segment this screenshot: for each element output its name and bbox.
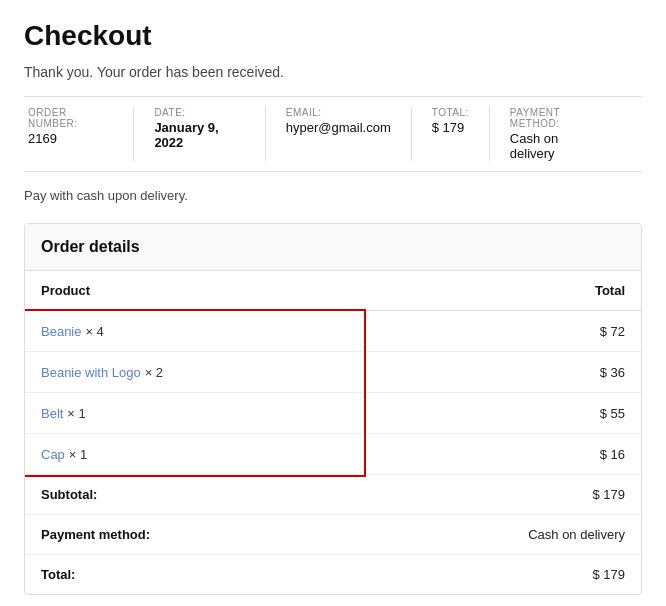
product-name-cell: Cap × 1 — [25, 434, 364, 475]
order-number-value: 2169 — [28, 131, 113, 146]
order-details-title: Order details — [25, 224, 641, 271]
order-details-section: Order details Product Total Beanie × 4 $… — [24, 223, 642, 595]
summary-label-2: Total: — [25, 555, 364, 595]
summary-row: Subtotal: $ 179 — [25, 475, 641, 515]
payment-method-label: PAYMENT METHOD: — [510, 107, 606, 129]
order-table: Product Total Beanie × 4 $ 72 Beanie wit… — [25, 271, 641, 594]
product-name-cell: Beanie with Logo × 2 — [25, 352, 364, 393]
email-label: EMAIL: — [286, 107, 391, 118]
product-link-2[interactable]: Belt — [41, 406, 63, 421]
product-name-cell: Beanie × 4 — [25, 311, 364, 352]
product-link-3[interactable]: Cap — [41, 447, 65, 462]
payment-item: PAYMENT METHOD: Cash on delivery — [506, 107, 626, 161]
email-value: hyper@gmail.com — [286, 120, 391, 135]
order-number-label: ORDER NUMBER: — [28, 107, 113, 129]
total-label: TOTAL: — [432, 107, 469, 118]
summary-row: Payment method: Cash on delivery — [25, 515, 641, 555]
summary-value-0: $ 179 — [364, 475, 641, 515]
product-name-cell: Belt × 1 — [25, 393, 364, 434]
summary-value-2: $ 179 — [364, 555, 641, 595]
table-header-row: Product Total — [25, 271, 641, 311]
product-qty-3: × 1 — [69, 447, 87, 462]
date-label: DATE: — [154, 107, 244, 118]
product-price-cell-1: $ 36 — [364, 352, 641, 393]
product-price-cell-2: $ 55 — [364, 393, 641, 434]
product-price-cell-3: $ 16 — [364, 434, 641, 475]
total-col-header: Total — [364, 271, 641, 311]
product-link-0[interactable]: Beanie — [41, 324, 81, 339]
product-link-1[interactable]: Beanie with Logo — [41, 365, 141, 380]
email-item: EMAIL: hyper@gmail.com — [282, 107, 412, 161]
product-qty-2: × 1 — [67, 406, 85, 421]
table-row: Cap × 1 $ 16 — [25, 434, 641, 475]
order-table-container: Product Total Beanie × 4 $ 72 Beanie wit… — [25, 271, 641, 594]
order-meta: ORDER NUMBER: 2169 DATE: January 9, 2022… — [24, 96, 642, 172]
thank-you-message: Thank you. Your order has been received. — [24, 64, 642, 80]
payment-method-value: Cash on delivery — [510, 131, 606, 161]
table-row: Belt × 1 $ 55 — [25, 393, 641, 434]
summary-label-1: Payment method: — [25, 515, 364, 555]
product-qty-0: × 4 — [85, 324, 103, 339]
date-item: DATE: January 9, 2022 — [150, 107, 265, 161]
table-row: Beanie with Logo × 2 $ 36 — [25, 352, 641, 393]
summary-value-1: Cash on delivery — [364, 515, 641, 555]
table-row: Beanie × 4 $ 72 — [25, 311, 641, 352]
total-item: TOTAL: $ 179 — [428, 107, 490, 161]
page-title: Checkout — [24, 20, 642, 52]
product-price-cell-0: $ 72 — [364, 311, 641, 352]
date-value: January 9, 2022 — [154, 120, 244, 150]
product-col-header: Product — [25, 271, 364, 311]
cash-note: Pay with cash upon delivery. — [24, 188, 642, 203]
total-value: $ 179 — [432, 120, 469, 135]
summary-label-0: Subtotal: — [25, 475, 364, 515]
order-number-item: ORDER NUMBER: 2169 — [24, 107, 134, 161]
summary-row: Total: $ 179 — [25, 555, 641, 595]
product-qty-1: × 2 — [145, 365, 163, 380]
